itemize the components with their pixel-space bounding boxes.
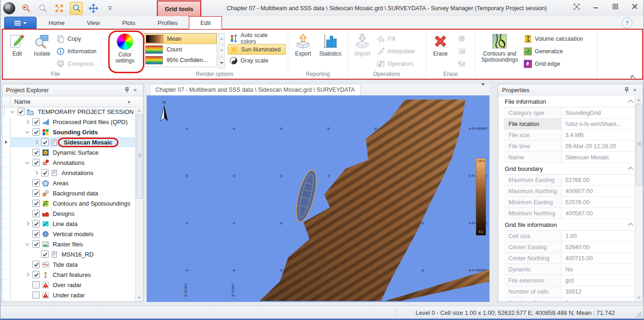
checkbox-checked[interactable] bbox=[32, 210, 40, 217]
tree-item-msn16-rd[interactable]: MSN16_RD bbox=[2, 249, 136, 259]
color-settings-button[interactable]: Color settings bbox=[112, 31, 137, 70]
grid-edge-button[interactable]: Grid edge bbox=[522, 57, 594, 70]
scroll-down-icon[interactable] bbox=[635, 294, 642, 301]
gray-scale-button[interactable]: Gray scale bbox=[228, 55, 286, 66]
property-row-cell-size[interactable]: Cell size1.00 bbox=[504, 231, 635, 242]
tree-column-header[interactable]: Name ▲ bbox=[2, 96, 143, 107]
checkbox-checked[interactable] bbox=[32, 149, 40, 156]
property-row-category-type[interactable]: Category typeSoundingGrid bbox=[504, 107, 635, 119]
generalize-button[interactable]: Generalize bbox=[522, 45, 594, 57]
property-row-number-of-cells[interactable]: Number of cells38912 bbox=[504, 286, 635, 297]
tab-edit[interactable]: Edit bbox=[189, 16, 222, 29]
expander-closed-icon[interactable] bbox=[33, 171, 39, 174]
layer-option-mean[interactable]: Mean bbox=[144, 33, 217, 44]
collapse-section-icon[interactable] bbox=[628, 100, 633, 105]
auto-scale-colors-button[interactable]: Auto scale colors bbox=[228, 33, 286, 44]
erase-selection-button[interactable] bbox=[456, 45, 468, 57]
section-header-grid-boundary[interactable]: Grid boundary bbox=[504, 163, 635, 175]
edit-button[interactable]: Edit bbox=[5, 31, 30, 70]
context-tab-group-grid-tools[interactable]: Grid tools bbox=[157, 0, 201, 16]
help-button[interactable]: ? bbox=[622, 18, 632, 28]
checkbox-checked[interactable] bbox=[41, 138, 49, 146]
property-row-minimum-northing[interactable]: Minimum Northing400587.00 bbox=[504, 208, 635, 219]
property-row-file-size[interactable]: File size3.4 MB bbox=[504, 130, 635, 141]
pin-icon[interactable] bbox=[123, 87, 131, 94]
property-row-name[interactable]: NameSidescan Mosaic bbox=[504, 152, 635, 163]
expander-closed-icon[interactable] bbox=[24, 222, 31, 225]
zoom-extents-icon[interactable] bbox=[53, 2, 65, 14]
export-button[interactable]: Export bbox=[291, 31, 316, 70]
checkbox-checked[interactable] bbox=[32, 128, 40, 136]
property-row-minimum-easting[interactable]: Minimum Easting52576.00 bbox=[504, 197, 635, 208]
checkbox-checked[interactable] bbox=[32, 189, 40, 197]
close-panel-icon[interactable]: × bbox=[631, 87, 639, 94]
tree-item-line-data[interactable]: Line data bbox=[2, 219, 136, 229]
scroll-up-icon[interactable] bbox=[218, 33, 225, 44]
property-row-file-extension[interactable]: File extensiongrd bbox=[504, 275, 635, 286]
tree-scrollbar[interactable] bbox=[135, 107, 143, 301]
tree-item-areas[interactable]: Areas bbox=[2, 178, 136, 188]
properties-scrollbar[interactable] bbox=[635, 96, 643, 301]
tree-item-processed-point-files-qpd[interactable]: Processed Point files (QPD) bbox=[2, 117, 136, 127]
expander-closed-icon[interactable] bbox=[24, 273, 31, 276]
operators-button[interactable]: Operators bbox=[375, 57, 423, 70]
map-canvas[interactable]: N 400900N 400800N 400700N 400600 E 52400… bbox=[147, 95, 489, 302]
toolbar-overflow-icon[interactable] bbox=[104, 2, 116, 14]
isolate-button[interactable]: Isolate bbox=[30, 31, 55, 70]
checkbox-checked[interactable] bbox=[41, 251, 49, 258]
tree-item-sounding-grids[interactable]: Sounding Grids bbox=[2, 127, 136, 137]
checkbox-checked[interactable] bbox=[32, 179, 40, 187]
sun-illuminated-button[interactable]: Sun illuminated bbox=[228, 44, 286, 55]
section-header-file-information[interactable]: File information bbox=[504, 96, 635, 107]
erase-button[interactable]: Erase bbox=[428, 31, 453, 70]
tree-item-annotations[interactable]: Annotations bbox=[2, 157, 136, 168]
erase-layers-button[interactable] bbox=[456, 32, 468, 45]
checkbox-checked[interactable] bbox=[18, 108, 25, 115]
checkbox-checked[interactable] bbox=[32, 271, 40, 278]
compress-button[interactable]: Compress bbox=[55, 57, 106, 70]
tree-item-under-radar[interactable]: Under radar bbox=[2, 290, 136, 300]
property-row-center-northing[interactable]: Center Northing400715.00 bbox=[504, 253, 635, 264]
ribbon-collapse-button[interactable] bbox=[630, 72, 636, 76]
scroll-up-icon[interactable] bbox=[136, 107, 142, 114]
collapse-section-icon[interactable] bbox=[628, 167, 633, 172]
checkbox-checked[interactable] bbox=[32, 118, 40, 125]
property-row-dynamic[interactable]: DynamicNo bbox=[504, 264, 635, 275]
zoom-out-icon[interactable] bbox=[20, 2, 32, 14]
tree-item-annotations[interactable]: Annotations bbox=[2, 168, 136, 178]
tree-item-tide-data[interactable]: Tide data bbox=[2, 259, 136, 270]
app-menu-button[interactable] bbox=[4, 17, 37, 30]
expander-open-icon[interactable] bbox=[9, 111, 16, 113]
pan-tool-icon[interactable] bbox=[87, 2, 99, 14]
zoom-tool-icon[interactable] bbox=[70, 2, 83, 15]
tree-item-chart-features[interactable]: Chart features bbox=[2, 270, 136, 280]
fill-button[interactable]: Fill bbox=[375, 32, 423, 45]
property-row-number-of-layers[interactable]: Number of layers1 bbox=[504, 297, 635, 301]
tree-item-background-data[interactable]: Background data bbox=[2, 188, 136, 198]
erase-sliders-button[interactable] bbox=[456, 57, 468, 70]
property-row-file-time[interactable]: File time05-Mar-20 12:28:20 bbox=[504, 141, 635, 152]
checkbox-checked[interactable] bbox=[32, 220, 40, 227]
expander-open-icon[interactable] bbox=[24, 243, 31, 245]
checkbox-unchecked[interactable] bbox=[32, 281, 40, 289]
interpolate-button[interactable]: Interpolate bbox=[375, 45, 423, 57]
checkbox-checked[interactable] bbox=[41, 169, 49, 176]
map-view-tab[interactable]: Chapter 07 - Multibeam and SSS data \ Si… bbox=[149, 84, 361, 95]
tab-home[interactable]: Home bbox=[37, 16, 76, 29]
checkbox-checked[interactable] bbox=[32, 159, 40, 166]
minimize-button[interactable] bbox=[592, 2, 600, 11]
app-logo-icon[interactable] bbox=[3, 2, 15, 14]
tree-item-over-radar[interactable]: Over radar bbox=[2, 280, 136, 290]
resize-grip[interactable] bbox=[636, 312, 642, 317]
tree-item-raster-files[interactable]: Raster files bbox=[2, 239, 136, 249]
scrollbar-thumb[interactable] bbox=[636, 104, 643, 186]
checkbox-checked[interactable] bbox=[32, 240, 40, 248]
tree-item-vertical-models[interactable]: Vertical models bbox=[2, 229, 136, 239]
maximize-button[interactable] bbox=[611, 2, 619, 11]
copy-button[interactable]: Copy bbox=[55, 32, 106, 45]
pin-icon[interactable] bbox=[622, 87, 631, 94]
property-row-maximum-northing[interactable]: Maximum Northing400907.00 bbox=[504, 186, 635, 197]
zoom-in-icon[interactable] bbox=[37, 2, 49, 14]
tab-profiles[interactable]: Profiles bbox=[147, 16, 189, 29]
tab-view[interactable]: View bbox=[76, 16, 111, 29]
